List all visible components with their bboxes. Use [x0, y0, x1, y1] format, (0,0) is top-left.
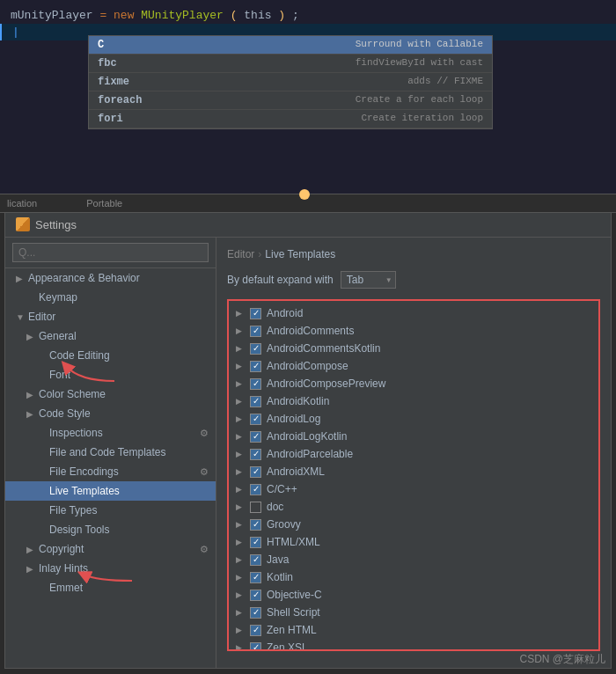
check-mark-icon: ✓: [253, 450, 260, 458]
sidebar-item-inlay-hints[interactable]: ▶ Inlay Hints: [5, 559, 216, 578]
template-checkbox[interactable]: ✓: [250, 361, 261, 372]
template-group-item[interactable]: ▶✓HTML/XML: [229, 533, 598, 551]
template-group-item[interactable]: ▶✓AndroidParcelable: [229, 445, 598, 463]
template-checkbox[interactable]: ✓: [250, 642, 261, 652]
template-name-label: Zen XSL: [267, 641, 308, 651]
code-editor-bg: mUnityPlayer = new MUnityPlayer ( this )…: [0, 0, 616, 202]
sidebar-item-label: Font: [49, 369, 70, 381]
sidebar-item-color-scheme[interactable]: ▶ Color Scheme: [5, 385, 216, 404]
orange-dot: [299, 189, 310, 200]
check-mark-icon: ✓: [253, 608, 260, 617]
expand-arrow-icon: ▶: [26, 390, 35, 399]
ac-key: C: [98, 39, 104, 51]
template-group-item[interactable]: ▶✓AndroidCommentsKotlin: [229, 340, 598, 357]
sidebar-item-design-tools[interactable]: Design Tools: [5, 520, 216, 539]
expand-arrow-icon: ▶: [236, 432, 245, 441]
sidebar-item-inspections[interactable]: Inspections ⚙: [5, 423, 216, 443]
template-checkbox[interactable]: ✓: [250, 466, 261, 478]
autocomplete-row[interactable]: fbc findViewById with cast: [89, 55, 492, 73]
template-group-item[interactable]: ▶✓Objective-C: [229, 586, 598, 604]
template-checkbox[interactable]: ✓: [250, 607, 261, 619]
template-group-item[interactable]: ▶✓Java: [229, 551, 598, 568]
template-name-label: Java: [267, 553, 289, 566]
sidebar-item-keymap[interactable]: Keymap: [5, 288, 216, 307]
template-name-label: Android: [267, 307, 303, 319]
template-checkbox[interactable]: ✓: [250, 484, 261, 495]
template-checkbox[interactable]: ✓: [250, 537, 261, 548]
sidebar-item-file-code-templates[interactable]: File and Code Templates: [5, 443, 216, 462]
sidebar-item-file-encodings[interactable]: File Encodings ⚙: [5, 462, 216, 481]
expand-arrow-icon: ▶: [236, 309, 245, 318]
template-name-label: Zen HTML: [267, 624, 317, 636]
template-name-label: AndroidLog: [267, 413, 320, 425]
template-group-item[interactable]: ▶✓AndroidXML: [229, 463, 598, 480]
template-group-item[interactable]: ▶✓Shell Script: [229, 604, 598, 621]
expand-arrow-icon: ▼: [16, 312, 25, 322]
autocomplete-row[interactable]: fixme adds // FIXME: [89, 73, 492, 92]
sidebar-item-general[interactable]: ▶ General: [5, 326, 216, 346]
template-name-label: AndroidKotlin: [267, 395, 329, 407]
template-name-label: AndroidParcelable: [267, 448, 353, 460]
check-mark-icon: ✓: [253, 432, 260, 441]
expand-arrow-icon: ▶: [16, 274, 25, 283]
template-group-item[interactable]: ▶✓Zen HTML: [229, 621, 598, 639]
breadcrumb: Editor › Live Templates: [227, 248, 600, 260]
expand-dropdown[interactable]: Tab Enter Space: [341, 271, 396, 289]
template-group-item[interactable]: ▶✓Zen XSL: [229, 639, 598, 651]
template-checkbox[interactable]: ✓: [250, 590, 261, 601]
check-mark-icon: ✓: [253, 555, 260, 564]
sidebar-item-file-types[interactable]: File Types: [5, 501, 216, 520]
sidebar-item-code-style[interactable]: ▶ Code Style: [5, 404, 216, 423]
sidebar-item-editor[interactable]: ▼ Editor: [5, 307, 216, 326]
sidebar-item-emmet[interactable]: Emmet: [5, 578, 216, 597]
autocomplete-row[interactable]: foreach Create a for each loop: [89, 92, 492, 110]
template-group-item[interactable]: ▶✓AndroidLog: [229, 410, 598, 428]
template-name-label: C/C++: [267, 483, 297, 495]
template-group-item[interactable]: ▶✓Android: [229, 304, 598, 322]
template-checkbox[interactable]: ✓: [250, 572, 261, 583]
ac-key: fori: [98, 113, 123, 125]
template-group-item[interactable]: ▶doc: [229, 498, 598, 516]
sidebar-item-font[interactable]: Font: [5, 365, 216, 385]
sidebar-item-code-editing[interactable]: Code Editing: [5, 346, 216, 365]
template-name-label: HTML/XML: [267, 536, 320, 548]
template-checkbox[interactable]: [250, 502, 261, 513]
template-checkbox[interactable]: ✓: [250, 308, 261, 319]
autocomplete-row[interactable]: fori Create iteration loop: [89, 110, 492, 128]
top-bar-label2: Portable: [86, 198, 122, 209]
template-checkbox[interactable]: ✓: [250, 431, 261, 443]
autocomplete-row[interactable]: C Surround with Callable: [89, 36, 492, 55]
template-checkbox[interactable]: ✓: [250, 396, 261, 407]
template-group-item[interactable]: ▶✓AndroidComposePreview: [229, 375, 598, 392]
template-checkbox[interactable]: ✓: [250, 378, 261, 390]
sidebar-item-live-templates[interactable]: Live Templates: [5, 481, 216, 501]
template-checkbox[interactable]: ✓: [250, 519, 261, 531]
watermark: CSDN @芝麻粒儿: [519, 652, 605, 667]
check-mark-icon: ✓: [253, 626, 260, 634]
sidebar-item-copyright[interactable]: ▶ Copyright ⚙: [5, 539, 216, 559]
sidebar-item-label: File Types: [49, 504, 97, 516]
template-checkbox[interactable]: ✓: [250, 554, 261, 566]
template-checkbox[interactable]: ✓: [250, 326, 261, 337]
template-group-item[interactable]: ▶✓AndroidLogKotlin: [229, 428, 598, 445]
template-group-item[interactable]: ▶✓AndroidComments: [229, 322, 598, 340]
search-input[interactable]: [12, 243, 209, 262]
sidebar-item-label: File and Code Templates: [49, 446, 166, 458]
ac-desc: adds // FIXME: [407, 76, 483, 88]
template-checkbox[interactable]: ✓: [250, 414, 261, 425]
template-group-item[interactable]: ▶✓Groovy: [229, 516, 598, 533]
expand-arrow-icon: ▶: [236, 573, 245, 582]
template-checkbox[interactable]: ✓: [250, 625, 261, 636]
template-group-item[interactable]: ▶✓C/C++: [229, 480, 598, 498]
template-checkbox[interactable]: ✓: [250, 449, 261, 460]
sidebar-item-appearance[interactable]: ▶ Appearance & Behavior: [5, 268, 216, 288]
ac-key: fbc: [98, 57, 117, 70]
template-checkbox[interactable]: ✓: [250, 343, 261, 355]
template-group-item[interactable]: ▶✓AndroidKotlin: [229, 392, 598, 410]
gear-icon: ⚙: [200, 466, 209, 478]
template-group-item[interactable]: ▶✓Kotlin: [229, 568, 598, 586]
template-group-item[interactable]: ▶✓AndroidCompose: [229, 357, 598, 375]
gear-icon: ⚙: [200, 544, 209, 555]
template-name-label: doc: [267, 501, 283, 513]
ac-desc: Create iteration loop: [361, 113, 483, 125]
